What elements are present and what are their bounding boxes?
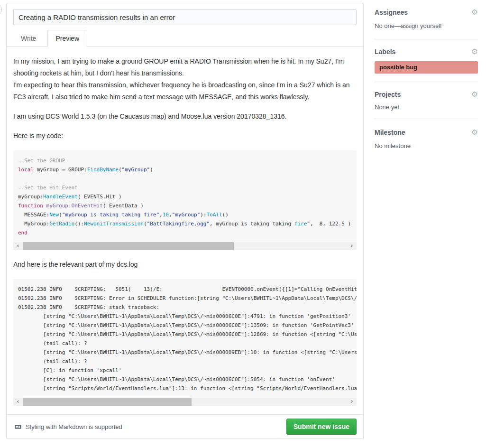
sidebar-section-assignees: Assignees ⚙ No one—assign yourself [375,3,478,39]
assignees-heading: Assignees [375,9,408,16]
scroll-left-icon[interactable]: ‹ [13,398,23,406]
markdown-support-link[interactable]: Styling with Markdown is supported [13,423,122,430]
milestone-empty-text: No milestone [375,142,478,149]
sidebar-section-labels: Labels ⚙ possible bug [375,39,478,82]
log-horizontal-scrollbar[interactable]: ‹› [13,398,357,406]
issue-compose-box: Write Preview In my mission, I am trying… [6,3,364,439]
issue-title-input[interactable] [13,9,357,25]
lua-code-block: --Set the GROUPlocal myGroup = GROUP:Fin… [13,150,357,250]
tab-preview[interactable]: Preview [47,30,87,47]
composer-footer: Styling with Markdown is supported Submi… [7,414,363,439]
preview-content: In my mission, I am trying to make a gro… [7,47,363,414]
markdown-note-text: Styling with Markdown is supported [26,423,122,430]
sidebar-section-milestone: Milestone ⚙ No milestone [375,119,478,159]
code-horizontal-scrollbar[interactable]: ‹› [13,242,357,250]
gear-icon[interactable]: ⚙ [471,9,478,16]
code-scrollbar-thumb[interactable] [23,242,234,250]
log-scrollbar-track[interactable] [23,398,347,406]
issue-body-paragraph-4: And here is the relevant part of my dcs.… [13,259,357,271]
milestone-heading: Milestone [375,129,405,136]
issue-title-row [7,3,363,25]
scroll-right-icon[interactable]: › [347,242,357,250]
gear-icon[interactable]: ⚙ [471,48,478,56]
new-issue-page: Write Preview In my mission, I am trying… [0,0,486,439]
gear-icon[interactable]: ⚙ [471,91,478,98]
scroll-left-icon[interactable]: ‹ [13,242,23,250]
issue-body-paragraph-3: Here is my code: [13,130,357,142]
dcs-log-block: 01502.238 INFO SCRIPTING: 5051( 13)/E: E… [13,279,357,406]
labels-heading: Labels [375,48,395,56]
markdown-icon [13,424,23,430]
dcs-log-text: 01502.238 INFO SCRIPTING: 5051( 13)/E: E… [13,279,357,398]
assignees-empty-text[interactable]: No one—assign yourself [375,22,478,29]
projects-heading: Projects [375,91,401,98]
sidebar-section-projects: Projects ⚙ None yet [375,82,478,119]
scroll-right-icon[interactable]: › [347,398,357,406]
label-possible-bug: possible bug [375,61,478,74]
code-scrollbar-track[interactable] [23,242,347,250]
avatar [0,3,2,16]
tab-write[interactable]: Write [13,30,44,47]
issue-sidebar: Assignees ⚙ No one—assign yourself Label… [375,3,478,439]
log-scrollbar-thumb[interactable] [23,398,192,406]
projects-empty-text: None yet [375,103,478,111]
composer-tabs: Write Preview [7,30,363,47]
submit-new-issue-button[interactable]: Submit new issue [286,419,357,435]
issue-body-paragraph-1: In my mission, I am trying to make a gro… [13,56,357,103]
lua-code: --Set the GROUPlocal myGroup = GROUP:Fin… [13,150,357,242]
gear-icon[interactable]: ⚙ [471,129,478,136]
issue-body-paragraph-2: I am using DCS World 1.5.3 (on the Cauca… [13,111,357,122]
